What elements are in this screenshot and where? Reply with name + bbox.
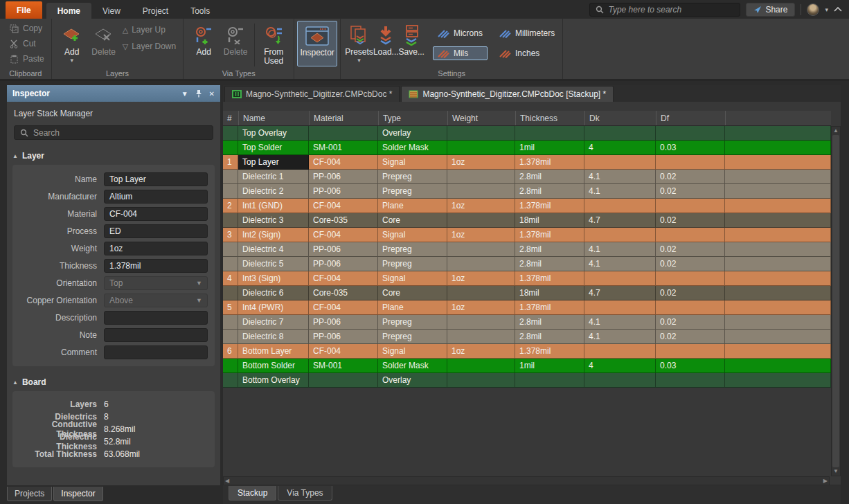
cell-thickness[interactable]: 2.8mil <box>515 170 584 184</box>
stackup-row[interactable]: Dielectric 5PP-006Prepreg2.8mil4.10.02 <box>223 257 831 271</box>
cell-dk[interactable]: 4.1 <box>584 257 656 271</box>
stackup-row[interactable]: Top SolderSM-001Solder Mask1mil40.03 <box>223 141 831 155</box>
cell-type[interactable]: Core <box>378 213 447 228</box>
cell-num[interactable]: 3 <box>223 228 238 242</box>
cell-thickness[interactable]: 18mil <box>515 213 584 228</box>
cell-num[interactable] <box>223 315 238 330</box>
stackup-row[interactable]: Dielectric 7PP-006Prepreg2.8mil4.10.02 <box>223 315 831 330</box>
cell-name[interactable]: Int2 (Sign) <box>238 228 309 242</box>
cell-df[interactable]: 0.02 <box>656 315 725 330</box>
column-header-thickness[interactable]: Thickness <box>515 111 584 125</box>
cell-dk[interactable]: 4.1 <box>584 170 656 184</box>
cell-weight[interactable] <box>447 242 515 257</box>
cell-type[interactable]: Signal <box>378 344 447 359</box>
cell-type[interactable]: Prepreg <box>378 170 447 184</box>
from-used-button[interactable]: From Used <box>258 21 289 66</box>
cell-name[interactable]: Bottom Overlay <box>238 373 309 388</box>
cell-thickness[interactable]: 2.8mil <box>515 242 584 257</box>
cell-filler[interactable] <box>725 286 831 300</box>
cell-filler[interactable] <box>725 373 831 388</box>
cell-material[interactable]: Core-035 <box>309 213 378 228</box>
cell-name[interactable]: Dielectric 5 <box>238 257 309 271</box>
cell-weight[interactable] <box>447 257 515 271</box>
name-field[interactable]: Top Layer <box>104 172 208 186</box>
presets-button[interactable]: Presets ▾ <box>345 21 373 64</box>
column-header-name[interactable]: Name <box>238 111 309 125</box>
cell-material[interactable]: PP-006 <box>309 184 378 199</box>
cell-material[interactable]: Core-035 <box>309 286 378 300</box>
cell-thickness[interactable]: 18mil <box>515 286 584 300</box>
scroll-left-icon[interactable]: ◀ <box>225 478 229 484</box>
cell-df[interactable]: 0.02 <box>656 170 725 184</box>
cell-material[interactable]: SM-001 <box>309 141 378 155</box>
cell-material[interactable]: CF-004 <box>309 155 378 170</box>
cell-name[interactable]: Bottom Layer <box>238 344 309 359</box>
cell-type[interactable]: Signal <box>378 271 447 286</box>
cell-dk[interactable] <box>584 126 656 141</box>
cell-weight[interactable] <box>447 286 515 300</box>
cell-type[interactable]: Core <box>378 286 447 300</box>
cell-num[interactable]: 2 <box>223 199 238 213</box>
cell-name[interactable]: Bottom Solder <box>238 359 309 373</box>
pin-icon[interactable] <box>195 89 202 98</box>
cell-dk[interactable] <box>584 373 656 388</box>
cell-filler[interactable] <box>725 228 831 242</box>
cell-weight[interactable] <box>447 141 515 155</box>
inspector-panel-header[interactable]: Inspector ▼ ✕ <box>7 85 220 102</box>
cell-df[interactable] <box>656 126 725 141</box>
cell-thickness[interactable]: 2.8mil <box>515 315 584 330</box>
thickness-field[interactable]: 1.378mil <box>104 259 208 273</box>
stackup-row[interactable]: Bottom OverlayOverlay <box>223 373 831 388</box>
save-button[interactable]: Save... <box>399 21 424 57</box>
cell-thickness[interactable]: 1.378mil <box>515 155 584 170</box>
cell-num[interactable] <box>223 170 238 184</box>
layer-up-button[interactable]: △ Layer Up <box>123 25 177 35</box>
panel-search-input[interactable]: Search <box>14 125 213 140</box>
unit-mils-button[interactable]: Mils <box>433 46 488 60</box>
stackup-row[interactable]: 3Int2 (Sign)CF-004Signal1oz1.378mil <box>223 228 831 242</box>
cell-type[interactable]: Solder Mask <box>378 359 447 373</box>
cell-thickness[interactable]: 1mil <box>515 141 584 155</box>
cell-weight[interactable] <box>447 315 515 330</box>
description-field[interactable] <box>104 311 208 325</box>
cell-thickness[interactable]: 1.378mil <box>515 199 584 213</box>
cell-num[interactable]: 1 <box>223 155 238 170</box>
cell-num[interactable]: 4 <box>223 271 238 286</box>
cell-num[interactable] <box>223 242 238 257</box>
cell-name[interactable]: Dielectric 3 <box>238 213 309 228</box>
cell-num[interactable]: 6 <box>223 344 238 359</box>
copy-button[interactable]: Copy <box>10 22 44 35</box>
cell-thickness[interactable] <box>515 126 584 141</box>
cell-df[interactable] <box>656 344 725 359</box>
cell-material[interactable]: SM-001 <box>309 359 378 373</box>
paste-button[interactable]: Paste <box>10 53 44 65</box>
cell-name[interactable]: Int3 (Sign) <box>238 271 309 286</box>
cell-num[interactable] <box>223 359 238 373</box>
cell-dk[interactable]: 4.7 <box>584 213 656 228</box>
note-field[interactable] <box>104 328 208 342</box>
global-search-input[interactable]: Type here to search <box>589 3 740 17</box>
comment-field[interactable] <box>104 345 208 359</box>
cell-name[interactable]: Top Overlay <box>238 126 309 141</box>
stackup-row[interactable]: Dielectric 2PP-006Prepreg2.8mil4.10.02 <box>223 184 831 199</box>
inspector-toggle-button[interactable]: Inspector <box>297 21 337 66</box>
panel-tab-projects[interactable]: Projects <box>7 487 52 501</box>
add-layer-button[interactable]: Add ▾ <box>56 21 88 64</box>
board-section-header[interactable]: ▲ Board <box>7 366 220 391</box>
cell-weight[interactable] <box>447 330 515 344</box>
stackup-row[interactable]: Dielectric 6Core-035Core18mil4.70.02 <box>223 286 831 300</box>
cell-dk[interactable]: 4 <box>584 141 656 155</box>
cell-material[interactable] <box>309 126 378 141</box>
cell-weight[interactable]: 1oz <box>447 155 515 170</box>
cell-num[interactable] <box>223 330 238 344</box>
cell-name[interactable]: Dielectric 8 <box>238 330 309 344</box>
menu-tab-home[interactable]: Home <box>46 3 91 19</box>
cell-filler[interactable] <box>725 184 831 199</box>
cell-type[interactable]: Plane <box>378 300 447 315</box>
cell-df[interactable] <box>656 373 725 388</box>
cell-df[interactable]: 0.03 <box>656 141 725 155</box>
cell-dk[interactable]: 4 <box>584 359 656 373</box>
cell-name[interactable]: Int1 (GND) <box>238 199 309 213</box>
file-button[interactable]: File <box>6 1 42 19</box>
cell-thickness[interactable]: 1.378mil <box>515 228 584 242</box>
